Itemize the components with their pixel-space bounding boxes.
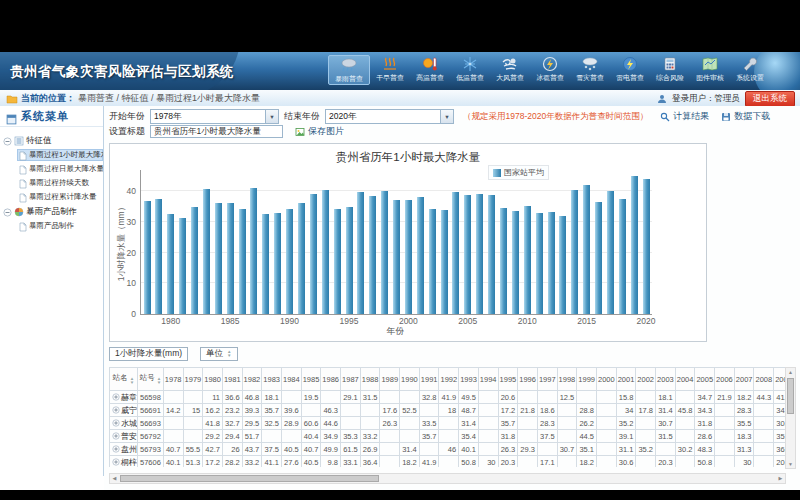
toolbar-item-hail[interactable]: 冰雹普查 [530, 55, 570, 85]
column-header-1999[interactable]: 1999 [577, 368, 597, 391]
toolbar-item-map-review[interactable]: 图件审核 [690, 55, 730, 85]
vscroll-thumb[interactable] [787, 378, 794, 414]
sidebar: 系统菜单 特征值暴雨过程1小时最大降水量暴雨过程日最大降水量暴雨过程持续天数暴雨… [0, 106, 104, 476]
bar-2001 [417, 197, 424, 314]
column-header-1993[interactable]: 1993 [459, 368, 479, 391]
bar-1984 [215, 203, 222, 314]
column-header-1982[interactable]: 1982 [242, 368, 262, 391]
column-header-2000[interactable]: 2000 [596, 368, 616, 391]
scroll-left-icon[interactable]: ◀ [110, 474, 119, 483]
tree-root-1[interactable]: 暴雨产品制作 [3, 206, 103, 218]
toolbar-item-settings[interactable]: 系统设置 [730, 55, 770, 85]
main-toolbar: 暴雨普查干旱普查高温普查低温普查大风普查冰雹普查雪灾普查雷电普查综合风险图件审核… [328, 55, 770, 85]
station-name-cell[interactable]: 桐梓 [110, 456, 138, 468]
scroll-right-icon[interactable]: ▶ [776, 474, 785, 483]
column-header-2007[interactable]: 2007 [734, 368, 754, 391]
row-expand-icon[interactable] [112, 432, 120, 440]
value-cell: 31.1 [616, 443, 636, 456]
row-expand-icon[interactable] [112, 393, 120, 401]
column-header-1990[interactable]: 1990 [400, 368, 420, 391]
horizontal-scrollbar[interactable]: ◀ ▶ [109, 473, 786, 484]
column-header-2001[interactable]: 2001 [616, 368, 636, 391]
column-header-1979[interactable]: 1979 [183, 368, 203, 391]
hscroll-thumb[interactable] [120, 475, 379, 482]
row-expand-icon[interactable] [112, 419, 120, 427]
column-header-1996[interactable]: 1996 [518, 368, 538, 391]
tree-root-0[interactable]: 特征值 [3, 135, 103, 147]
toolbar-item-snow[interactable]: 雪灾普查 [570, 55, 610, 85]
row-expand-icon[interactable] [112, 458, 120, 466]
tree-item-0-2[interactable]: 暴雨过程持续天数 [17, 177, 103, 189]
tree-item-0-3[interactable]: 暴雨过程累计降水量 [17, 191, 103, 203]
toolbar-item-low-temp[interactable]: 低温普查 [450, 55, 490, 85]
column-header-1995[interactable]: 1995 [498, 368, 518, 391]
column-header-1988[interactable]: 1988 [360, 368, 380, 391]
toolbar-item-drought[interactable]: 干旱普查 [370, 55, 410, 85]
column-header-1991[interactable]: 1991 [419, 368, 439, 391]
column-header-1992[interactable]: 1992 [439, 368, 459, 391]
station-name-cell[interactable]: 赫章 [110, 391, 138, 404]
value-type-box[interactable]: 1小时降水量(mm) [109, 347, 188, 361]
tree-item-0-0[interactable]: 暴雨过程1小时最大降水量 [17, 149, 103, 161]
logout-button[interactable]: 退出系统 [745, 91, 795, 107]
column-header-1980[interactable]: 1980 [203, 368, 223, 391]
column-header-2008[interactable]: 2008 [754, 368, 774, 391]
row-expand-icon[interactable] [112, 406, 120, 414]
value-cell [656, 443, 676, 456]
toolbar-item-rainstorm[interactable]: 暴雨普查 [328, 55, 370, 85]
value-cell: 18.1 [262, 391, 282, 404]
column-header-1987[interactable]: 1987 [341, 368, 361, 391]
scroll-up-icon[interactable]: ▲ [786, 368, 795, 376]
column-header-1983[interactable]: 1983 [262, 368, 282, 391]
station-name-cell[interactable]: 普安 [110, 430, 138, 443]
station-name-cell[interactable]: 盘州 [110, 443, 138, 456]
column-header-1985[interactable]: 1985 [301, 368, 321, 391]
value-cell: 31.4 [459, 417, 479, 430]
station-name-cell[interactable]: 水城 [110, 417, 138, 430]
chart-legend[interactable]: 国家站平均 [488, 165, 549, 180]
column-header-2006[interactable]: 2006 [715, 368, 735, 391]
scroll-down-icon[interactable]: ▼ [786, 460, 795, 468]
unit-box[interactable]: 单位 ▲▼ [200, 347, 237, 361]
value-cell: 51.3 [183, 456, 203, 468]
value-cell: 40.5 [281, 443, 301, 456]
value-cell: 33.5 [419, 417, 439, 430]
toolbar-item-lightning[interactable]: 雷电普查 [610, 55, 650, 85]
value-cell: 17.2 [203, 456, 223, 468]
column-header-1986[interactable]: 1986 [321, 368, 341, 391]
vertical-scrollbar[interactable]: ▲ ▼ [785, 367, 796, 469]
column-header-2003[interactable]: 2003 [656, 368, 676, 391]
chart-title-input[interactable] [150, 125, 283, 138]
column-header-1981[interactable]: 1981 [222, 368, 242, 391]
toolbar-item-wind[interactable]: 大风普查 [490, 55, 530, 85]
value-cell [321, 391, 341, 404]
tree-item-1-0[interactable]: 暴雨产品制作 [17, 220, 103, 232]
toolbar-item-comprehensive-risk[interactable]: 综合风险 [650, 55, 690, 85]
value-cell: 26.2 [577, 417, 597, 430]
end-year-select[interactable]: 2020年 ▼ [325, 109, 454, 124]
column-header-2005[interactable]: 2005 [695, 368, 715, 391]
toolbar-item-high-temp[interactable]: 高温普查 [410, 55, 450, 85]
column-header-站号[interactable]: 站号 ▲▼ [138, 368, 164, 391]
column-header-1994[interactable]: 1994 [478, 368, 498, 391]
column-header-1997[interactable]: 1997 [537, 368, 557, 391]
column-header-站名[interactable]: 站名 ▲▼ [110, 368, 138, 391]
value-cell: 35.1 [577, 443, 597, 456]
content-region: 开始年份 1978年 ▼ 结束年份 2020年 ▼ （规定采用1978-2020… [104, 106, 800, 490]
tree-item-0-1[interactable]: 暴雨过程日最大降水量 [17, 163, 103, 175]
start-year-select[interactable]: 1978年 ▼ [150, 109, 279, 124]
station-name-cell[interactable]: 威宁 [110, 404, 138, 417]
save-image-button[interactable]: 保存图片 [295, 125, 344, 138]
value-cell: 29.2 [203, 430, 223, 443]
column-header-1989[interactable]: 1989 [380, 368, 400, 391]
column-header-1998[interactable]: 1998 [557, 368, 577, 391]
application-window: 贵州省气象灾害风险评估与区划系统 暴雨普查干旱普查高温普查低温普查大风普查冰雹普… [0, 52, 800, 490]
calculate-button[interactable]: 计算结果 [660, 110, 709, 123]
chart-plot-area: 198019851990199520002005201020152020 [140, 170, 652, 315]
column-header-2004[interactable]: 2004 [675, 368, 695, 391]
column-header-1978[interactable]: 1978 [163, 368, 183, 391]
row-expand-icon[interactable] [112, 445, 120, 453]
column-header-1984[interactable]: 1984 [281, 368, 301, 391]
column-header-2002[interactable]: 2002 [636, 368, 656, 391]
data-download-button[interactable]: 数据下载 [721, 110, 770, 123]
